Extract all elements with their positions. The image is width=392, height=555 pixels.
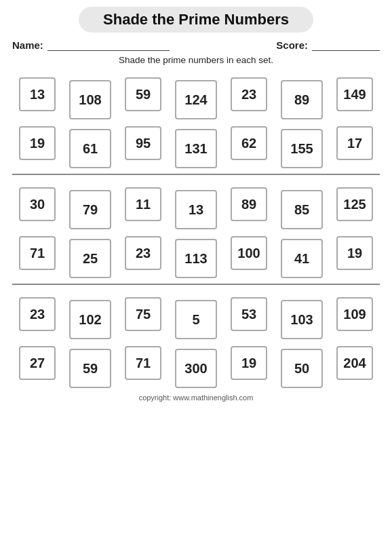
cell: 27	[19, 346, 56, 388]
name-score-row: Name: Score:	[12, 39, 380, 51]
number-box[interactable]: 27	[19, 346, 56, 380]
number-box[interactable]: 30	[19, 187, 56, 221]
cell: 125	[336, 187, 373, 229]
number-box[interactable]: 103	[281, 300, 323, 339]
section-2: 23102755531031092759713001950204	[12, 292, 380, 388]
section-divider	[12, 284, 380, 285]
section-0-row-1: 1961951316215517	[12, 121, 380, 168]
cell: 89	[281, 72, 323, 119]
cell: 19	[336, 236, 373, 278]
number-box[interactable]: 19	[19, 126, 56, 160]
section-divider	[12, 174, 380, 175]
cell: 11	[125, 187, 161, 229]
cell: 53	[231, 297, 267, 339]
name-label: Name:	[12, 39, 43, 51]
section-1-row-1: 7125231131004119	[12, 231, 380, 278]
number-box[interactable]: 155	[281, 129, 323, 168]
number-box[interactable]: 71	[125, 346, 161, 380]
cell: 300	[175, 341, 217, 388]
cell: 131	[175, 121, 217, 168]
number-box[interactable]: 109	[336, 297, 373, 331]
cell: 100	[231, 236, 267, 278]
cell: 113	[175, 231, 217, 278]
cell: 124	[175, 72, 217, 119]
cell: 89	[231, 187, 267, 229]
number-box[interactable]: 102	[69, 300, 111, 339]
cell: 25	[69, 231, 111, 278]
cell: 13	[19, 77, 56, 119]
page-container: Shade the Prime Numbers Name: Score: Sha…	[12, 7, 380, 402]
number-box[interactable]: 19	[336, 236, 373, 270]
page-title: Shade the Prime Numbers	[79, 7, 313, 33]
number-box[interactable]: 50	[281, 349, 323, 388]
cell: 41	[281, 231, 323, 278]
cell: 59	[69, 341, 111, 388]
cell: 79	[69, 182, 111, 229]
cell: 17	[336, 126, 373, 168]
number-box[interactable]: 19	[231, 346, 267, 380]
number-box[interactable]: 53	[231, 297, 267, 331]
sections-container: 1310859124238914919619513162155173079111…	[12, 72, 380, 388]
number-box[interactable]: 204	[336, 346, 373, 380]
cell: 95	[125, 126, 161, 168]
cell: 109	[336, 297, 373, 339]
number-box[interactable]: 23	[231, 77, 267, 111]
number-box[interactable]: 108	[69, 80, 111, 119]
instruction-text: Shade the prime numbers in each set.	[12, 55, 380, 65]
section-2-row-1: 2759713001950204	[12, 341, 380, 388]
name-field: Name:	[12, 39, 170, 51]
number-box[interactable]: 23	[125, 236, 161, 270]
number-box[interactable]: 11	[125, 187, 161, 221]
number-box[interactable]: 100	[231, 236, 267, 270]
number-box[interactable]: 59	[69, 349, 111, 388]
score-field: Score:	[276, 39, 380, 51]
copyright-text: copyright: www.mathinenglish.com	[12, 394, 380, 402]
cell: 59	[125, 77, 161, 119]
cell: 23	[19, 297, 56, 339]
number-box[interactable]: 41	[281, 239, 323, 278]
cell: 103	[281, 292, 323, 339]
number-box[interactable]: 125	[336, 187, 373, 221]
number-box[interactable]: 131	[175, 129, 217, 168]
cell: 62	[231, 126, 267, 168]
section-0-row-0: 13108591242389149	[12, 72, 380, 119]
number-box[interactable]: 113	[175, 239, 217, 278]
cell: 5	[175, 292, 217, 339]
number-box[interactable]: 61	[69, 129, 111, 168]
number-box[interactable]: 23	[19, 297, 56, 331]
number-box[interactable]: 59	[125, 77, 161, 111]
cell: 85	[281, 182, 323, 229]
number-box[interactable]: 17	[336, 126, 373, 160]
name-underline[interactable]	[47, 40, 170, 51]
number-box[interactable]: 85	[281, 190, 323, 229]
cell: 19	[19, 126, 56, 168]
number-box[interactable]: 75	[125, 297, 161, 331]
number-box[interactable]: 124	[175, 80, 217, 119]
cell: 19	[231, 346, 267, 388]
number-box[interactable]: 25	[69, 239, 111, 278]
number-box[interactable]: 89	[231, 187, 267, 221]
cell: 75	[125, 297, 161, 339]
number-box[interactable]: 5	[175, 300, 217, 339]
number-box[interactable]: 71	[19, 236, 56, 270]
score-label: Score:	[276, 39, 308, 51]
number-box[interactable]: 13	[19, 77, 56, 111]
number-box[interactable]: 149	[336, 77, 373, 111]
cell: 50	[281, 341, 323, 388]
number-box[interactable]: 13	[175, 190, 217, 229]
cell: 204	[336, 346, 373, 388]
title-wrap: Shade the Prime Numbers	[12, 7, 380, 33]
number-box[interactable]: 79	[69, 190, 111, 229]
cell: 71	[19, 236, 56, 278]
number-box[interactable]: 95	[125, 126, 161, 160]
score-underline[interactable]	[312, 40, 380, 51]
cell: 102	[69, 292, 111, 339]
cell: 13	[175, 182, 217, 229]
section-2-row-0: 2310275553103109	[12, 292, 380, 339]
number-box[interactable]: 89	[281, 80, 323, 119]
cell: 155	[281, 121, 323, 168]
section-1-row-0: 307911138985125	[12, 182, 380, 229]
number-box[interactable]: 62	[231, 126, 267, 160]
number-box[interactable]: 300	[175, 349, 217, 388]
section-1: 3079111389851257125231131004119	[12, 182, 380, 278]
